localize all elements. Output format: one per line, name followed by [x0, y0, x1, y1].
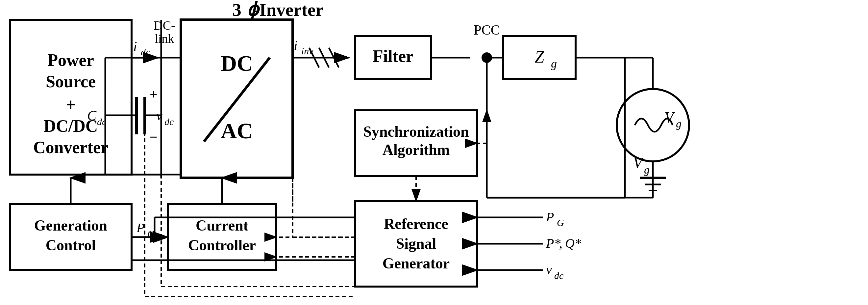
svg-text:dc: dc: [554, 270, 563, 281]
svg-text:G: G: [557, 217, 564, 228]
svg-text:P: P: [136, 220, 145, 235]
power-source-label: Power: [48, 51, 94, 70]
svg-text:Generation: Generation: [34, 217, 107, 234]
svg-text:Reference: Reference: [384, 215, 448, 232]
svg-text:DC-: DC-: [154, 19, 175, 32]
svg-text:g: g: [676, 118, 682, 130]
svg-text:Z: Z: [535, 48, 545, 66]
svg-text:link: link: [155, 32, 174, 46]
svg-text:C: C: [87, 108, 97, 123]
svg-text:Generator: Generator: [382, 255, 450, 272]
svg-text:-Inverter: -Inverter: [253, 0, 324, 20]
svg-text:AC: AC: [221, 118, 253, 143]
svg-text:Source: Source: [46, 72, 96, 91]
svg-text:Signal: Signal: [396, 235, 436, 252]
svg-text:−: −: [150, 130, 158, 145]
svg-text:Q*: Q*: [565, 236, 581, 251]
svg-text:3: 3: [232, 0, 241, 20]
svg-text:,: ,: [559, 236, 562, 251]
svg-text:Synchronization: Synchronization: [363, 123, 469, 140]
svg-text:P*: P*: [546, 236, 560, 251]
svg-text:v: v: [546, 262, 552, 277]
svg-text:Control: Control: [46, 237, 96, 254]
svg-text:g: g: [644, 164, 650, 176]
svg-text:Algorithm: Algorithm: [382, 141, 450, 158]
svg-text:Converter: Converter: [33, 138, 108, 157]
svg-text:DC: DC: [221, 51, 253, 76]
svg-text:PCC: PCC: [474, 22, 500, 37]
svg-text:+: +: [150, 87, 158, 102]
svg-text:+: +: [66, 95, 76, 114]
svg-text:V: V: [664, 109, 675, 126]
svg-text:P: P: [546, 210, 554, 224]
svg-text:Filter: Filter: [373, 47, 413, 65]
svg-text:Controller: Controller: [188, 237, 256, 254]
svg-text:Current: Current: [196, 217, 249, 234]
svg-text:i: i: [133, 39, 137, 54]
svg-text:dc: dc: [97, 116, 106, 127]
svg-text:inv: inv: [301, 46, 313, 56]
diagram: Power Source + DC/DC Converter i dc DC- …: [0, 0, 868, 305]
svg-text:V: V: [633, 155, 644, 171]
svg-text:i: i: [294, 38, 298, 53]
svg-text:dc: dc: [141, 47, 150, 57]
svg-text:dc: dc: [164, 116, 174, 127]
svg-text:g: g: [551, 57, 557, 70]
